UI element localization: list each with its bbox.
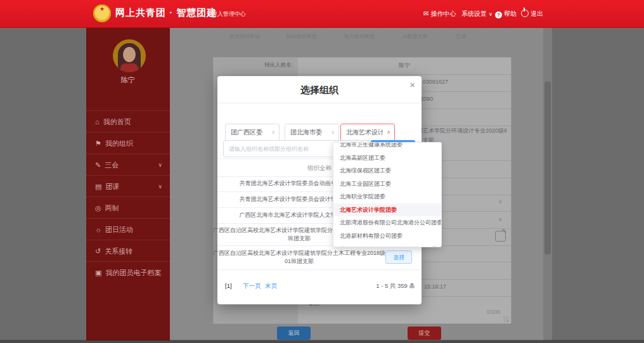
pencil-icon: ✎ bbox=[95, 161, 101, 169]
dropdown-item[interactable]: 北海工业园区团工委 bbox=[333, 178, 441, 190]
sidebar-item-label: 团日活动 bbox=[105, 226, 133, 233]
submit-button[interactable]: 提交 bbox=[408, 327, 441, 340]
league-emblem-logo: ★ bbox=[93, 4, 111, 22]
page-title: 网上共青团 · 智慧团建 bbox=[115, 7, 217, 19]
step-done: 完成 bbox=[456, 33, 466, 40]
nav-system-settings[interactable]: 系统设置∨ bbox=[461, 10, 493, 18]
edit-icon[interactable] bbox=[495, 231, 506, 242]
sidebar-item-league-day-activity[interactable]: ☼团日活动 bbox=[86, 218, 170, 240]
sidebar-username: 陈宁 bbox=[86, 75, 170, 85]
row-divider bbox=[213, 323, 511, 324]
transfer-icon: ↺ bbox=[95, 247, 101, 255]
dropdown-item[interactable]: 北海职业学院团委 bbox=[333, 190, 441, 203]
sidebar-item-member-archive[interactable]: ▣我的团员电子档案 bbox=[86, 261, 170, 283]
org-name-fragment-line1: 境艺术学院分环境设计专业2020级6 bbox=[417, 127, 507, 135]
id-number-fragment: 03091627 bbox=[423, 79, 448, 85]
dropdown-item[interactable]: 北海综保税区团工委 bbox=[333, 164, 441, 177]
sidebar-item-three-meetings[interactable]: ✎三会 ∨ bbox=[86, 153, 170, 176]
timestamp-fragment: 15:16:17 bbox=[424, 283, 446, 290]
sidebar-item-two-systems[interactable]: ◎两制 bbox=[86, 197, 170, 219]
dropdown-item[interactable]: 北海市卫生健康系统团委 bbox=[333, 142, 441, 151]
table-row: 广西区自治区高校北海艺术设计学院建筑学院分土木工程专业2018级01班团支部 选… bbox=[217, 245, 422, 270]
city-select-beihai[interactable]: 团北海市委 ∨ bbox=[285, 124, 339, 141]
chevron-up-icon: ∧ bbox=[387, 124, 390, 141]
select-value: 团北海市委 bbox=[290, 124, 330, 141]
region-select-guangxi[interactable]: 团广西区委 ∨ bbox=[225, 124, 280, 141]
sidebar-item-label: 我的团员电子档案 bbox=[105, 269, 161, 276]
pagination-info: 1 - 5 共 359 条 bbox=[376, 282, 415, 290]
nav-label: 退出 bbox=[531, 10, 543, 17]
chevron-down-icon: ∨ bbox=[158, 154, 162, 176]
sidebar: 陈宁 ⌂我的首页 ⚑我的组织 ✎三会 ∨ ▤团课 ∨ ◎两制 ☼团日活动 ↺关系… bbox=[86, 27, 170, 340]
close-icon[interactable]: × bbox=[409, 79, 415, 90]
back-button[interactable]: 返回 bbox=[277, 327, 311, 340]
select-row-button[interactable]: 选择 bbox=[385, 250, 412, 264]
activity-icon: ☼ bbox=[95, 226, 101, 233]
sidebar-item-label: 团课 bbox=[105, 183, 119, 190]
dropdown-item[interactable]: 北海市城市建设投资发展有限公司团委 bbox=[333, 243, 441, 247]
next-page-link[interactable]: 下一页 bbox=[243, 282, 261, 290]
step-assign-branch: 分配团支部 bbox=[402, 33, 428, 40]
modal-title: 选择组织 bbox=[217, 84, 422, 96]
row-divider bbox=[213, 74, 511, 75]
nav-help[interactable]: ?帮助 bbox=[495, 10, 517, 18]
star-icon: ★ bbox=[93, 6, 111, 12]
app: 提交接转申请 转出组织审批 转入组织审批 分配团支部 完成 转出人姓名: 陈宁 … bbox=[0, 0, 644, 343]
chevron-down-icon: ∨ bbox=[271, 124, 275, 141]
org-name: 01班团支部 bbox=[285, 257, 314, 266]
sidebar-item-label: 我的首页 bbox=[103, 118, 131, 126]
transfer-name-label: 转出人姓名: bbox=[213, 61, 293, 69]
sidebar-item-home[interactable]: ⌂我的首页 bbox=[86, 110, 170, 133]
step-submit: 提交接转申请 bbox=[229, 33, 260, 40]
organization-icon: ⚑ bbox=[95, 139, 101, 147]
folder-icon: ▤ bbox=[95, 183, 101, 190]
scrollbar-thumb[interactable] bbox=[544, 81, 551, 255]
footer-strip bbox=[0, 340, 644, 343]
chevron-down-icon: ∨ bbox=[158, 176, 162, 197]
target-icon: ◎ bbox=[95, 204, 101, 212]
sidebar-item-relationship-transfer[interactable]: ↺关系接转 bbox=[86, 240, 170, 262]
resize-grip-icon[interactable] bbox=[503, 316, 509, 322]
dropdown-item[interactable]: 北海高新区团工委 bbox=[333, 152, 441, 164]
sidebar-item-label: 两制 bbox=[105, 204, 119, 212]
select-value: 北海艺术设计 bbox=[346, 124, 383, 141]
chevron-down-icon[interactable]: ∨ bbox=[498, 198, 503, 205]
header: ★ 网上共青团 · 智慧团建 进入管理中心 ✉操作中心 系统设置∨ ?帮助 退出 bbox=[0, 0, 644, 28]
chevron-down-icon[interactable]: ∨ bbox=[498, 216, 503, 223]
transfer-name-value: 陈宁 bbox=[298, 61, 511, 70]
org-name: 班团支部 bbox=[288, 235, 311, 243]
avatar bbox=[113, 39, 146, 72]
pagination: [1] 下一页 末页 1 - 5 共 359 条 bbox=[217, 282, 422, 295]
help-icon: ? bbox=[495, 11, 502, 18]
chevron-down-icon: ∨ bbox=[489, 11, 493, 17]
org-name: 广西区自治区高校北海艺术设计学院建筑学院分土木工程专业2018级 bbox=[213, 249, 385, 257]
divider bbox=[217, 103, 422, 103]
last-page-link[interactable]: 末页 bbox=[265, 282, 277, 290]
sidebar-item-league-class[interactable]: ▤团课 ∨ bbox=[86, 175, 170, 197]
step-in-approve: 转入组织审批 bbox=[344, 33, 375, 40]
nav-label: 帮助 bbox=[504, 10, 517, 17]
power-icon bbox=[521, 10, 529, 17]
dropdown-item[interactable]: 北部湾港股份有限公司北海港分公司团委 bbox=[333, 216, 441, 229]
step-out-approve: 转出组织审批 bbox=[287, 33, 317, 40]
page-number[interactable]: [1] bbox=[225, 282, 232, 289]
nav-logout[interactable]: 退出 bbox=[521, 10, 543, 18]
org-dropdown-panel: 北海市卫生健康系统团委 北海高新区团工委 北海综保税区团工委 北海工业园区团工委… bbox=[333, 142, 442, 247]
sidebar-item-label: 关系接转 bbox=[105, 247, 132, 255]
dropdown-item-selected[interactable]: 北海艺术设计学院团委 bbox=[333, 204, 441, 216]
row-divider bbox=[213, 57, 511, 58]
nav-label: 操作中心 bbox=[430, 10, 456, 17]
document-icon: ▣ bbox=[95, 269, 101, 276]
home-icon: ⌂ bbox=[95, 118, 100, 126]
enter-admin-link[interactable]: 进入管理中心 bbox=[212, 10, 246, 18]
org-select-open[interactable]: 北海艺术设计 ∧ bbox=[340, 124, 395, 141]
sidebar-item-my-organization[interactable]: ⚑我的组织 bbox=[86, 132, 170, 154]
envelope-icon: ✉ bbox=[423, 10, 428, 17]
select-value: 团广西区委 bbox=[231, 124, 270, 141]
dropdown-item[interactable]: 北港新材料有限公司团委 bbox=[333, 230, 441, 242]
sidebar-item-label: 我的组织 bbox=[105, 139, 133, 147]
nav-label: 系统设置 bbox=[461, 10, 487, 17]
chevron-down-icon: ∨ bbox=[331, 124, 335, 141]
nav-operation-center[interactable]: ✉操作中心 bbox=[423, 10, 456, 18]
sidebar-item-label: 三会 bbox=[105, 161, 119, 169]
